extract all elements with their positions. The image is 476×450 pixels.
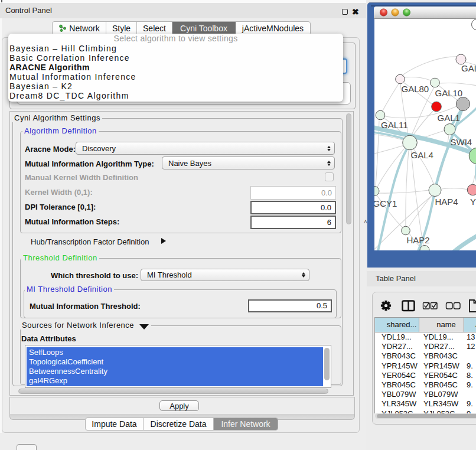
svg-text:GCY1: GCY1 — [374, 198, 397, 208]
svg-text:SWI4: SWI4 — [450, 137, 472, 147]
svg-text:GAL11: GAL11 — [381, 120, 408, 130]
svg-text:GAL4: GAL4 — [410, 150, 433, 160]
svg-text:HAP2: HAP2 — [406, 235, 429, 245]
svg-text:GAL1: GAL1 — [437, 113, 459, 123]
svg-text:GAL80: GAL80 — [401, 84, 429, 94]
svg-text:Y: Y — [470, 197, 476, 207]
svg-text:GAL10: GAL10 — [435, 88, 462, 98]
svg-text:GAL7: GAL7 — [461, 63, 476, 73]
svg-text:HAP4: HAP4 — [435, 197, 458, 207]
